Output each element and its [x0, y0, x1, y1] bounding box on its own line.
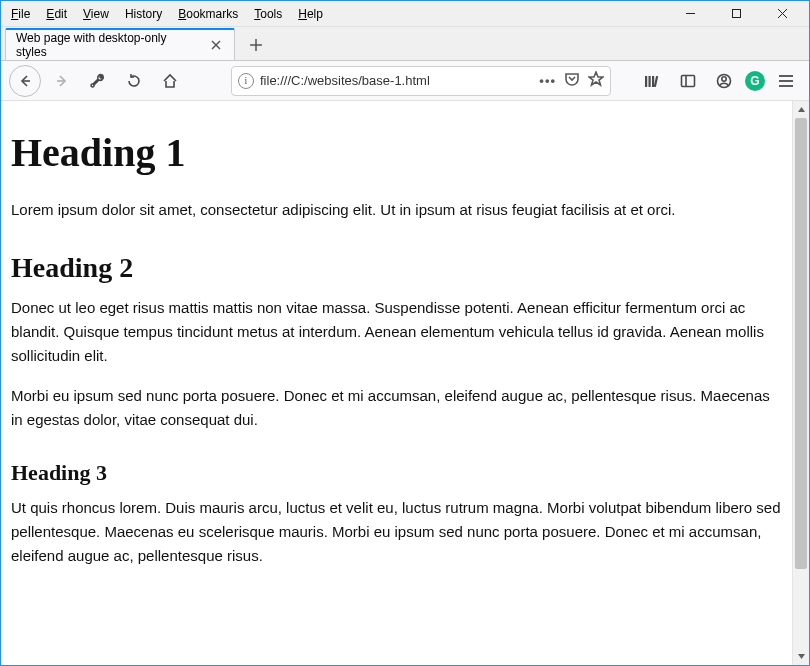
heading-2: Heading 2	[11, 252, 782, 284]
reload-button[interactable]	[119, 66, 149, 96]
paragraph-2: Donec ut leo eget risus mattis mattis no…	[11, 296, 782, 368]
paragraph-3: Morbi eu ipsum sed nunc porta posuere. D…	[11, 384, 782, 432]
navigation-toolbar: i ••• G	[1, 61, 809, 101]
tab-title: Web page with desktop-only styles	[16, 31, 200, 59]
svg-rect-11	[645, 76, 647, 87]
menu-file[interactable]: File	[5, 4, 36, 24]
svg-rect-15	[682, 75, 695, 86]
viewport: Heading 1 Lorem ipsum dolor sit amet, co…	[1, 101, 809, 665]
maximize-button[interactable]	[713, 1, 759, 27]
home-button[interactable]	[155, 66, 185, 96]
menu-view-rest: iew	[91, 7, 109, 21]
bookmark-star-icon[interactable]	[588, 71, 604, 90]
address-bar-actions: •••	[539, 71, 604, 90]
pocket-icon[interactable]	[564, 71, 580, 90]
minimize-button[interactable]	[667, 1, 713, 27]
svg-marker-23	[798, 654, 805, 659]
menu-view[interactable]: View	[77, 4, 115, 24]
menu-history[interactable]: History	[119, 4, 168, 24]
menu-help-rest: elp	[307, 7, 323, 21]
menu-bookmarks-rest: ookmarks	[186, 7, 238, 21]
tab-strip: Web page with desktop-only styles	[1, 27, 809, 61]
scrollbar-track[interactable]	[793, 118, 809, 648]
toolbar-right-group: G	[637, 66, 801, 96]
page-actions-icon[interactable]: •••	[539, 74, 556, 87]
app-menu-button[interactable]	[771, 66, 801, 96]
heading-1: Heading 1	[11, 129, 782, 176]
heading-3: Heading 3	[11, 460, 782, 486]
svg-marker-22	[798, 107, 805, 112]
svg-rect-14	[654, 75, 658, 86]
svg-point-18	[722, 76, 726, 80]
address-bar[interactable]: i •••	[231, 66, 611, 96]
menu-edit[interactable]: Edit	[40, 4, 73, 24]
paragraph-4: Ut quis rhoncus lorem. Duis mauris arcu,…	[11, 496, 782, 568]
menu-edit-rest: dit	[54, 7, 67, 21]
menu-tools[interactable]: Tools	[248, 4, 288, 24]
scrollbar-thumb[interactable]	[795, 118, 807, 569]
site-info-icon[interactable]: i	[238, 73, 254, 89]
svg-rect-13	[652, 76, 654, 87]
page-content: Heading 1 Lorem ipsum dolor sit amet, co…	[1, 101, 792, 665]
browser-tab[interactable]: Web page with desktop-only styles	[5, 28, 235, 60]
window-controls	[667, 1, 805, 27]
paragraph-1: Lorem ipsum dolor sit amet, consectetur …	[11, 198, 782, 222]
account-icon[interactable]	[709, 66, 739, 96]
svg-rect-12	[649, 76, 651, 87]
new-tab-button[interactable]	[241, 30, 271, 60]
vertical-scrollbar[interactable]	[792, 101, 809, 665]
menu-help[interactable]: Help	[292, 4, 329, 24]
scroll-down-button[interactable]	[793, 648, 809, 665]
svg-marker-10	[589, 72, 603, 85]
sidebar-icon[interactable]	[673, 66, 703, 96]
svg-rect-1	[732, 10, 740, 18]
back-button[interactable]	[9, 65, 41, 97]
library-icon[interactable]	[637, 66, 667, 96]
menu-bar: File Edit View History Bookmarks Tools H…	[1, 1, 809, 27]
menu-file-rest: ile	[18, 7, 30, 21]
scroll-up-button[interactable]	[793, 101, 809, 118]
menu-tools-rest: ools	[260, 7, 282, 21]
close-window-button[interactable]	[759, 1, 805, 27]
url-input[interactable]	[260, 73, 533, 88]
developer-button[interactable]	[83, 66, 113, 96]
forward-button[interactable]	[47, 66, 77, 96]
close-tab-button[interactable]	[208, 37, 224, 53]
grammarly-icon[interactable]: G	[745, 71, 765, 91]
menu-bookmarks[interactable]: Bookmarks	[172, 4, 244, 24]
